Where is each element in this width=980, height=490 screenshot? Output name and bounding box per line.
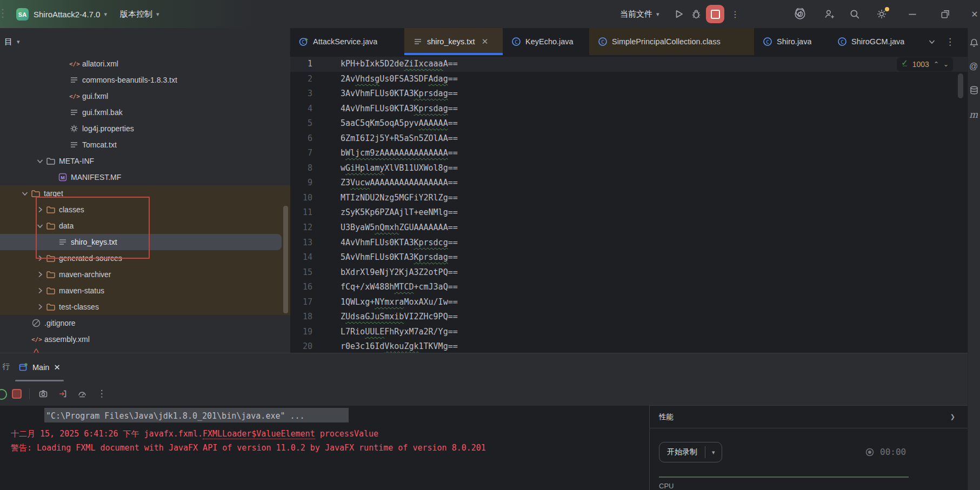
maven-stripe-button[interactable]: m (969, 109, 978, 120)
tree-scrollbar[interactable] (283, 206, 288, 313)
tree-item--gitignore[interactable]: .gitignore (0, 315, 290, 331)
code-line-9[interactable]: 9Z3VucwAAAAAAAAAAAAAAAA== (290, 176, 968, 191)
tree-item-gui-fxml-bak[interactable]: gui.fxml.bak (0, 104, 290, 120)
vcs-selector[interactable]: 版本控制 ▾ (120, 0, 159, 28)
editor-tab-attackservice-java[interactable]: CAttackService.java (290, 28, 404, 55)
run-configuration-selector[interactable]: 当前文件 ▾ (620, 0, 659, 28)
tab-options-button[interactable]: ⋮ (945, 36, 955, 48)
editor-tab-shirogcm-java[interactable]: CShiroGCM.java (829, 28, 922, 55)
window-menu-dots-icon[interactable]: ⋮ (0, 6, 7, 19)
search-button[interactable] (848, 8, 861, 21)
stop-button[interactable] (706, 5, 724, 23)
tree-item-log4j-properties[interactable]: log4j.properties (0, 120, 290, 137)
editor-tab-simpleprincipalcollection-class[interactable]: CSimplePrincipalCollection.class (589, 28, 754, 55)
code-line-4[interactable]: 44AvVhmFLUs0KTA3Kprsdag== (290, 102, 968, 117)
chevron-right-icon (35, 286, 45, 296)
bell-icon (969, 38, 979, 48)
debug-button[interactable] (690, 8, 703, 21)
code-line-6[interactable]: 66ZmI6I2j5Y+R5aSn5ZOlAA== (290, 131, 968, 146)
console-output[interactable]: "C:\Program Files\Java\jdk1.8.0_201\bin\… (0, 406, 649, 490)
code-line-5[interactable]: 55aaC5qKm5oqA5pyvAAAAAA== (290, 116, 968, 131)
performance-header[interactable]: 性能 ❯ (650, 406, 968, 428)
chevron-down-icon[interactable]: ▾ (705, 449, 722, 456)
xml-icon: </> (69, 93, 80, 100)
close-button[interactable]: ✕ (968, 8, 980, 21)
code-line-8[interactable]: 8wGiHplamyXlVB11UXWol8g== (290, 161, 968, 176)
line-number: 12 (290, 220, 312, 236)
run-tab-main[interactable]: Main ✕ (15, 353, 64, 381)
chevron-down-icon[interactable] (19, 189, 31, 198)
chevron-right-icon[interactable] (34, 302, 46, 312)
chevron-right-icon: ❯ (950, 413, 955, 420)
chevron-right-icon (35, 302, 45, 312)
tree-item-gui-fxml[interactable]: </>gui.fxml (0, 88, 290, 104)
right-tool-stripe: @ m (968, 28, 980, 490)
tree-item-commons-beanutils-1-8-3-txt[interactable]: commons-beanutils-1.8.3.txt (0, 72, 290, 88)
tree-item-maven-archiver[interactable]: maven-archiver (0, 266, 290, 283)
chevron-right-icon[interactable] (34, 270, 46, 279)
add-user-button[interactable] (823, 8, 836, 21)
code-line-3[interactable]: 33AvVhmFLUs0KTA3Kprsdag== (290, 86, 968, 102)
code-editor[interactable]: 1kPH+bIxk5D2deZiIxcaaaA==22AvVhdsgUs0FSA… (290, 55, 968, 353)
more-actions-button[interactable]: ⋮ (729, 8, 742, 21)
project-selector[interactable]: ShiroAttack2-4.7.0 ▾ (34, 0, 107, 28)
editor-tab-keyecho-java[interactable]: CKeyEcho.java (503, 28, 589, 55)
restore-button[interactable] (939, 8, 952, 21)
code-line-17[interactable]: 171QWLxg+NYmxraMoxAXu/Iw== (290, 295, 968, 310)
svg-text:C: C (841, 39, 844, 45)
code-line-19[interactable]: 19L7RioUULEFhRyxM7a2R/Yg== (290, 325, 968, 340)
attach-button[interactable] (57, 388, 69, 400)
editor-scrollbar[interactable] (958, 73, 963, 98)
exit-icon (58, 389, 68, 399)
settings-button[interactable] (875, 8, 888, 21)
inspection-widget[interactable]: ✓〰 1003 ⌃ ⌄ (897, 57, 953, 71)
console-stop-button[interactable] (12, 389, 22, 399)
database-stripe-button[interactable] (969, 85, 979, 95)
ai-assistant-button[interactable] (794, 8, 806, 21)
chevron-right-icon[interactable] (34, 286, 46, 296)
notifications-button[interactable] (969, 38, 979, 48)
code-line-16[interactable]: 16fCq+/xW488hMTCD+cmJ3aQ== (290, 280, 968, 295)
chevron-down-icon[interactable] (34, 156, 46, 166)
manifest-icon: M (58, 172, 68, 182)
run-stripe-label[interactable]: 行 (2, 362, 10, 372)
more-options-button[interactable]: ⋮ (96, 388, 108, 400)
tree-item-tomcat-txt[interactable]: Tomcat.txt (0, 137, 290, 153)
ai-assistant-stripe-button[interactable]: @ (969, 62, 978, 71)
tree-item-meta-inf[interactable]: META-INF (0, 153, 290, 169)
run-button[interactable] (672, 8, 685, 21)
rerun-icon[interactable] (0, 389, 7, 400)
tree-item-partial[interactable] (0, 347, 290, 353)
editor-tab-shiro-keys-txt[interactable]: shiro_keys.txt✕ (404, 28, 503, 55)
tree-item-maven-status[interactable]: maven-status (0, 283, 290, 299)
code-line-13[interactable]: 134AvVhmFLUs0KTA3Kprsdcg== (290, 236, 968, 251)
code-line-7[interactable]: 7bWljcm9zAAAAAAAAAAAAAA== (290, 146, 968, 161)
code-line-2[interactable]: 22AvVhdsgUs0FSA3SDFAdag== (290, 72, 968, 87)
cpu-label: CPU (659, 482, 674, 490)
tree-item-label: maven-status (59, 286, 104, 295)
editor-tab-shiro-java[interactable]: CShiro.java (754, 28, 829, 55)
code-line-10[interactable]: 10MTIzNDU2Nzg5MGFiY2RlZg== (290, 191, 968, 206)
code-line-14[interactable]: 145AvVhmFLUs0KTA3Kprsdag== (290, 250, 968, 265)
code-line-11[interactable]: 11zSyK5Kp6PZAAjlT+eeNMlg== (290, 205, 968, 220)
tree-item-manifest-mf[interactable]: MMANIFEST.MF (0, 169, 290, 185)
hidden-tabs-button[interactable] (927, 37, 937, 46)
tree-item-assembly-xml[interactable]: </>assembly.xml (0, 331, 290, 347)
tree-item-test-classes[interactable]: test-classes (0, 299, 290, 315)
prev-problem-button[interactable]: ⌃ (934, 61, 939, 68)
thread-dump-button[interactable] (37, 388, 49, 400)
close-icon[interactable]: ✕ (54, 363, 60, 372)
code-line-15[interactable]: 15bXdrXl9eNjY2KjA3Z2otPQ== (290, 265, 968, 280)
code-line-18[interactable]: 18ZUdsaGJuSmxibVI2ZHc9PQ== (290, 310, 968, 325)
code-line-1[interactable]: 1kPH+bIxk5D2deZiIxcaaaA== (290, 57, 968, 72)
project-panel-header[interactable]: 目 ▾ (0, 28, 290, 55)
tree-item-allatori-xml[interactable]: </>allatori.xml (0, 56, 290, 72)
start-recording-button[interactable]: 开始录制 ▾ (659, 442, 722, 462)
close-icon[interactable]: ✕ (482, 37, 489, 46)
profiler-button[interactable] (76, 388, 88, 400)
console-link[interactable]: FXMLLoader$ValueElement (203, 429, 315, 439)
next-problem-button[interactable]: ⌄ (943, 61, 949, 68)
code-line-20[interactable]: 20r0e3c16IdVkouZgk1TKVMg== (290, 339, 968, 353)
code-line-12[interactable]: 12U3ByaW5nQmxhZGUAAAAAAA== (290, 220, 968, 236)
minimize-button[interactable] (906, 8, 919, 21)
